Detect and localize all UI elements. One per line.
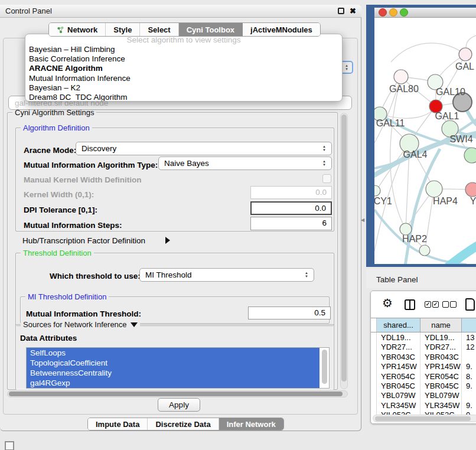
attribute-item[interactable]: gal4RGexp <box>27 378 319 388</box>
cell-shared-name: YBR045C <box>377 381 420 390</box>
cyni-bottom-tab[interactable]: Discretize Data <box>148 418 219 430</box>
column-header[interactable]: A <box>462 318 476 332</box>
manual-kernel-checkbox[interactable] <box>322 174 331 183</box>
network-icon <box>57 26 64 34</box>
mi-threshold-title: MI Threshold Definition <box>25 292 109 301</box>
select-all-columns-icon[interactable]: ✓✓ <box>425 301 439 308</box>
zoom-traffic-light-icon[interactable] <box>400 9 408 17</box>
control-panel-tab[interactable]: jActiveMNodules <box>243 23 320 36</box>
network-node[interactable] <box>419 245 430 256</box>
gear-icon[interactable]: ⚙ <box>382 296 393 310</box>
which-threshold-label: Which threshold to use: <box>50 272 141 281</box>
node-label: GAL4 <box>403 149 428 159</box>
algorithm-dropdown-item[interactable]: Bayesian – K2 <box>25 83 342 93</box>
network-node[interactable] <box>464 148 476 163</box>
attribute-item[interactable]: BetweennessCentrality <box>27 368 319 378</box>
attribute-item[interactable]: TopologicalCoefficient <box>27 358 319 368</box>
tab-label: Style <box>113 25 132 34</box>
dpi-tolerance-field[interactable]: 0.0 <box>250 201 332 215</box>
algorithm-dropdown-item[interactable]: ARACNE Algorithm <box>25 64 342 73</box>
document-icon[interactable] <box>465 298 475 311</box>
kernel-width-label: Kernel Width (0,1): <box>24 190 94 199</box>
settings-vertical-scrollbar[interactable] <box>340 113 348 389</box>
network-node[interactable] <box>459 48 472 61</box>
cell-name: YBL079W <box>420 390 462 400</box>
cell-shared-name: YER054C <box>377 371 420 381</box>
expand-arrow-icon[interactable] <box>165 237 170 244</box>
attribute-list-scrollbar[interactable] <box>322 350 327 386</box>
node-label: SWI4 <box>449 134 472 144</box>
mi-steps-field[interactable]: 6 <box>250 217 332 230</box>
network-node[interactable] <box>400 223 412 235</box>
cyni-bottom-tabbar: Impute Data Discretize Data Infer Networ… <box>87 418 284 431</box>
algorithm-definition-title: Algorithm Definition <box>21 123 92 132</box>
attribute-item[interactable]: SelfLoops <box>27 348 319 358</box>
tab-label: jActiveMNodules <box>250 25 312 34</box>
tab-label: Discretize Data <box>155 420 210 429</box>
cell-shared-name: YBL079W <box>377 390 420 400</box>
cell-shared-name: YLR345W <box>377 400 420 410</box>
table-toolbar: ⚙ ✓✓ <box>371 291 476 318</box>
table-row[interactable]: YER054C YER054C 8. <box>371 371 476 381</box>
cell-name: YER054C <box>420 371 462 381</box>
algorithm-dropdown-item[interactable]: Bayesian – Hill Climbing <box>25 45 342 54</box>
table-row[interactable]: YBR045C YBR045C 9. <box>371 381 476 390</box>
table-gutter <box>371 318 377 332</box>
column-header[interactable]: name <box>420 318 462 332</box>
table-horizontal-scrollbar[interactable] <box>373 415 476 422</box>
tab-label: Infer Network <box>227 420 276 429</box>
node-label: GAL80 <box>389 84 419 94</box>
algorithm-dropdown-item[interactable]: Mutual Information Inference <box>25 74 342 83</box>
cyni-bottom-tab[interactable]: Infer Network <box>219 418 283 430</box>
column-header[interactable]: shared... <box>377 318 420 332</box>
collapse-arrow-icon[interactable] <box>131 322 138 327</box>
aracne-mode-value: Discovery <box>81 144 116 153</box>
minimize-traffic-light-icon[interactable] <box>390 9 397 17</box>
algorithm-dropdown-item[interactable]: Basic Correlation Inference <box>25 54 342 64</box>
dock-window-icon[interactable] <box>5 441 14 450</box>
stepper-icon: ▲▼ <box>305 272 308 278</box>
control-panel-tab[interactable]: Select <box>140 23 178 36</box>
close-icon[interactable]: ✖ <box>350 8 356 14</box>
node-label: HAP2 <box>402 234 427 244</box>
kernel-width-field[interactable]: 0.0 <box>250 186 332 199</box>
algorithm-dropdown-item[interactable]: Dream8 DC_TDC Algorithm <box>25 93 342 102</box>
algorithm-dropdown-list: Bayesian – Hill Climbing Basic Correlati… <box>25 45 342 102</box>
deselect-all-columns-icon[interactable] <box>442 301 457 308</box>
mi-threshold-field[interactable]: 0.5 <box>248 306 331 319</box>
apply-button[interactable]: Apply <box>158 398 200 412</box>
tab-label: Impute Data <box>96 420 139 429</box>
table-row[interactable]: YBL079W YBL079W <box>371 390 476 400</box>
control-panel-tab[interactable]: Network <box>49 23 106 36</box>
cell-shared-name: YBR043C <box>377 352 420 361</box>
table-row[interactable]: YDR27... YDR27... 12 <box>371 342 476 351</box>
close-traffic-light-icon[interactable] <box>379 9 387 17</box>
settings-horizontal-scrollbar[interactable] <box>7 390 348 397</box>
network-node[interactable] <box>394 70 408 84</box>
which-threshold-value: MI Threshold <box>145 270 192 279</box>
cyni-bottom-tab[interactable]: Impute Data <box>88 418 148 430</box>
aracne-mode-combo[interactable]: Discovery ▲▼ <box>76 142 332 155</box>
which-threshold-combo[interactable]: MI Threshold ▲▼ <box>139 268 314 282</box>
splitter-collapse-icon[interactable]: ◀ <box>361 217 364 223</box>
stepper-icon: ▲▼ <box>322 145 326 152</box>
data-attributes-list: SelfLoops TopologicalCoefficient Between… <box>26 347 330 389</box>
mi-type-combo[interactable]: Naive Bayes ▲▼ <box>158 156 332 170</box>
cell-value <box>462 390 476 400</box>
table-window: ⚙ ✓✓ shared... name A YDL19... YDL19... … <box>370 291 476 424</box>
table-row[interactable]: YDL19... YDL19... 13 <box>371 332 476 342</box>
table-row[interactable]: YLR345W YLR345W 9. <box>371 400 476 410</box>
float-window-icon[interactable] <box>338 8 344 14</box>
node-label: GAL11 <box>376 118 405 128</box>
cell-name: YLR345W <box>420 400 462 410</box>
control-panel-tab[interactable]: Style <box>106 23 140 36</box>
columns-icon[interactable] <box>405 299 415 310</box>
table-row[interactable]: YBR043C YBR043C <box>371 352 476 361</box>
node-label: HAP4 <box>433 196 458 206</box>
control-panel-tab[interactable]: Cyni Toolbox <box>179 23 243 36</box>
hub-definition-label[interactable]: Hub/Transcription Factor Definition <box>22 236 145 245</box>
table-row[interactable]: YPR145W YPR145W 9. <box>371 361 476 371</box>
cell-value: 9. <box>462 381 476 390</box>
network-node[interactable] <box>426 181 442 197</box>
network-node[interactable] <box>465 182 476 197</box>
